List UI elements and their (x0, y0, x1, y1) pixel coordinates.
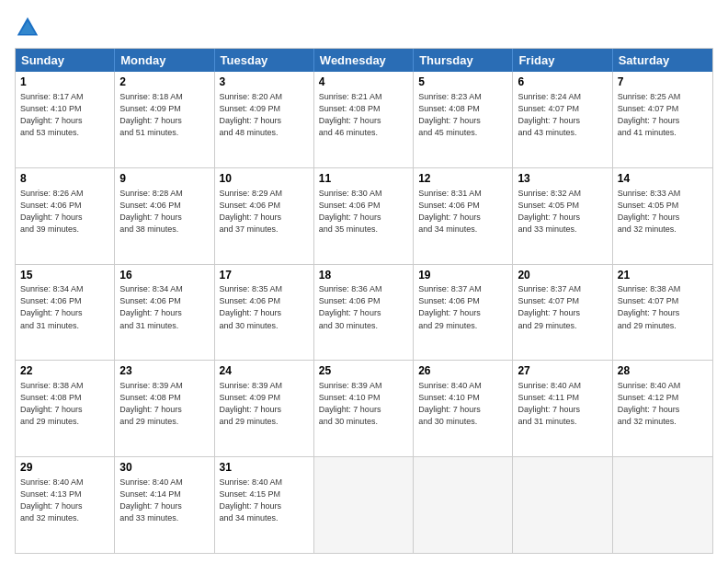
day-info: Sunrise: 8:21 AM Sunset: 4:08 PM Dayligh… (319, 91, 408, 139)
day-info: Sunrise: 8:20 AM Sunset: 4:09 PM Dayligh… (220, 91, 309, 139)
calendar-day-9: 9Sunrise: 8:28 AM Sunset: 4:06 PM Daylig… (115, 168, 214, 264)
day-info: Sunrise: 8:40 AM Sunset: 4:11 PM Dayligh… (518, 380, 607, 428)
calendar-day-10: 10Sunrise: 8:29 AM Sunset: 4:06 PM Dayli… (215, 168, 314, 264)
calendar-header-sunday: Sunday (16, 49, 115, 72)
calendar-empty-cell (314, 457, 414, 553)
calendar-day-3: 3Sunrise: 8:20 AM Sunset: 4:09 PM Daylig… (215, 72, 314, 167)
day-number: 14 (618, 171, 708, 187)
day-number: 23 (119, 363, 209, 379)
calendar-header-monday: Monday (115, 49, 214, 72)
day-info: Sunrise: 8:37 AM Sunset: 4:07 PM Dayligh… (518, 283, 607, 331)
calendar-day-26: 26Sunrise: 8:40 AM Sunset: 4:10 PM Dayli… (414, 361, 513, 456)
day-info: Sunrise: 8:34 AM Sunset: 4:06 PM Dayligh… (20, 283, 109, 331)
header (15, 15, 713, 40)
day-number: 1 (20, 75, 109, 90)
day-number: 13 (518, 171, 607, 187)
calendar-day-28: 28Sunrise: 8:40 AM Sunset: 4:12 PM Dayli… (613, 361, 712, 456)
day-info: Sunrise: 8:26 AM Sunset: 4:06 PM Dayligh… (20, 188, 109, 236)
day-number: 9 (119, 171, 209, 187)
day-number: 10 (220, 171, 309, 187)
calendar-day-7: 7Sunrise: 8:25 AM Sunset: 4:07 PM Daylig… (613, 72, 712, 167)
calendar-day-30: 30Sunrise: 8:40 AM Sunset: 4:14 PM Dayli… (115, 457, 214, 553)
calendar-day-15: 15Sunrise: 8:34 AM Sunset: 4:06 PM Dayli… (16, 265, 115, 361)
day-info: Sunrise: 8:39 AM Sunset: 4:08 PM Dayligh… (119, 380, 209, 428)
calendar-header-wednesday: Wednesday (314, 49, 414, 72)
day-info: Sunrise: 8:33 AM Sunset: 4:05 PM Dayligh… (618, 188, 708, 236)
day-number: 26 (418, 363, 507, 379)
calendar-header-saturday: Saturday (613, 49, 712, 72)
day-number: 25 (319, 363, 408, 379)
calendar-week-4: 22Sunrise: 8:38 AM Sunset: 4:08 PM Dayli… (16, 360, 712, 456)
day-info: Sunrise: 8:40 AM Sunset: 4:14 PM Dayligh… (119, 477, 209, 524)
day-info: Sunrise: 8:40 AM Sunset: 4:10 PM Dayligh… (418, 380, 507, 428)
calendar-day-5: 5Sunrise: 8:23 AM Sunset: 4:08 PM Daylig… (414, 72, 513, 167)
calendar-day-13: 13Sunrise: 8:32 AM Sunset: 4:05 PM Dayli… (513, 168, 612, 264)
calendar-week-3: 15Sunrise: 8:34 AM Sunset: 4:06 PM Dayli… (16, 264, 712, 361)
calendar-day-18: 18Sunrise: 8:36 AM Sunset: 4:06 PM Dayli… (314, 265, 414, 361)
calendar-day-6: 6Sunrise: 8:24 AM Sunset: 4:07 PM Daylig… (513, 72, 612, 167)
calendar-day-2: 2Sunrise: 8:18 AM Sunset: 4:09 PM Daylig… (115, 72, 214, 167)
day-info: Sunrise: 8:40 AM Sunset: 4:12 PM Dayligh… (618, 380, 708, 428)
calendar-empty-cell (513, 457, 612, 553)
day-info: Sunrise: 8:34 AM Sunset: 4:06 PM Dayligh… (119, 283, 209, 331)
day-info: Sunrise: 8:23 AM Sunset: 4:08 PM Dayligh… (418, 91, 507, 139)
calendar-day-8: 8Sunrise: 8:26 AM Sunset: 4:06 PM Daylig… (16, 168, 115, 264)
calendar-day-21: 21Sunrise: 8:38 AM Sunset: 4:07 PM Dayli… (613, 265, 712, 361)
day-number: 6 (518, 75, 607, 90)
calendar-header-row: SundayMondayTuesdayWednesdayThursdayFrid… (16, 49, 712, 72)
day-info: Sunrise: 8:39 AM Sunset: 4:10 PM Dayligh… (319, 380, 408, 428)
day-info: Sunrise: 8:28 AM Sunset: 4:06 PM Dayligh… (119, 188, 209, 236)
calendar-day-31: 31Sunrise: 8:40 AM Sunset: 4:15 PM Dayli… (215, 457, 314, 553)
day-number: 4 (319, 75, 408, 90)
day-number: 29 (20, 460, 109, 476)
day-number: 30 (119, 460, 209, 476)
calendar-day-14: 14Sunrise: 8:33 AM Sunset: 4:05 PM Dayli… (613, 168, 712, 264)
day-info: Sunrise: 8:35 AM Sunset: 4:06 PM Dayligh… (220, 283, 309, 331)
day-number: 20 (518, 268, 607, 283)
calendar-day-16: 16Sunrise: 8:34 AM Sunset: 4:06 PM Dayli… (115, 265, 214, 361)
calendar-day-24: 24Sunrise: 8:39 AM Sunset: 4:09 PM Dayli… (215, 361, 314, 456)
day-info: Sunrise: 8:38 AM Sunset: 4:07 PM Dayligh… (618, 283, 708, 331)
day-info: Sunrise: 8:37 AM Sunset: 4:06 PM Dayligh… (418, 283, 507, 331)
day-info: Sunrise: 8:36 AM Sunset: 4:06 PM Dayligh… (319, 283, 408, 331)
day-number: 12 (418, 171, 507, 187)
day-info: Sunrise: 8:29 AM Sunset: 4:06 PM Dayligh… (220, 188, 309, 236)
day-number: 8 (20, 171, 109, 187)
day-info: Sunrise: 8:25 AM Sunset: 4:07 PM Dayligh… (618, 91, 708, 139)
calendar-day-29: 29Sunrise: 8:40 AM Sunset: 4:13 PM Dayli… (16, 457, 115, 553)
calendar-body: 1Sunrise: 8:17 AM Sunset: 4:10 PM Daylig… (16, 72, 712, 553)
day-info: Sunrise: 8:39 AM Sunset: 4:09 PM Dayligh… (220, 380, 309, 428)
day-info: Sunrise: 8:18 AM Sunset: 4:09 PM Dayligh… (119, 91, 209, 139)
day-info: Sunrise: 8:40 AM Sunset: 4:13 PM Dayligh… (20, 477, 109, 524)
calendar-day-23: 23Sunrise: 8:39 AM Sunset: 4:08 PM Dayli… (115, 361, 214, 456)
calendar-day-20: 20Sunrise: 8:37 AM Sunset: 4:07 PM Dayli… (513, 265, 612, 361)
page: SundayMondayTuesdayWednesdayThursdayFrid… (0, 0, 728, 563)
logo-icon (15, 15, 40, 40)
calendar-empty-cell (414, 457, 513, 553)
calendar-day-22: 22Sunrise: 8:38 AM Sunset: 4:08 PM Dayli… (16, 361, 115, 456)
calendar-day-11: 11Sunrise: 8:30 AM Sunset: 4:06 PM Dayli… (314, 168, 414, 264)
day-number: 27 (518, 363, 607, 379)
calendar-week-5: 29Sunrise: 8:40 AM Sunset: 4:13 PM Dayli… (16, 456, 712, 553)
day-info: Sunrise: 8:38 AM Sunset: 4:08 PM Dayligh… (20, 380, 109, 428)
day-number: 15 (20, 268, 109, 283)
day-number: 7 (618, 75, 708, 90)
calendar-week-2: 8Sunrise: 8:26 AM Sunset: 4:06 PM Daylig… (16, 167, 712, 264)
day-info: Sunrise: 8:30 AM Sunset: 4:06 PM Dayligh… (319, 188, 408, 236)
calendar-day-12: 12Sunrise: 8:31 AM Sunset: 4:06 PM Dayli… (414, 168, 513, 264)
day-number: 2 (119, 75, 209, 90)
day-number: 19 (418, 268, 507, 283)
calendar-empty-cell (613, 457, 712, 553)
day-number: 3 (220, 75, 309, 90)
calendar-day-1: 1Sunrise: 8:17 AM Sunset: 4:10 PM Daylig… (16, 72, 115, 167)
day-number: 21 (618, 268, 708, 283)
calendar-day-19: 19Sunrise: 8:37 AM Sunset: 4:06 PM Dayli… (414, 265, 513, 361)
day-info: Sunrise: 8:17 AM Sunset: 4:10 PM Dayligh… (20, 91, 109, 139)
day-info: Sunrise: 8:31 AM Sunset: 4:06 PM Dayligh… (418, 188, 507, 236)
day-number: 22 (20, 363, 109, 379)
calendar-day-27: 27Sunrise: 8:40 AM Sunset: 4:11 PM Dayli… (513, 361, 612, 456)
calendar-header-friday: Friday (513, 49, 612, 72)
calendar-day-17: 17Sunrise: 8:35 AM Sunset: 4:06 PM Dayli… (215, 265, 314, 361)
day-number: 18 (319, 268, 408, 283)
day-number: 16 (119, 268, 209, 283)
